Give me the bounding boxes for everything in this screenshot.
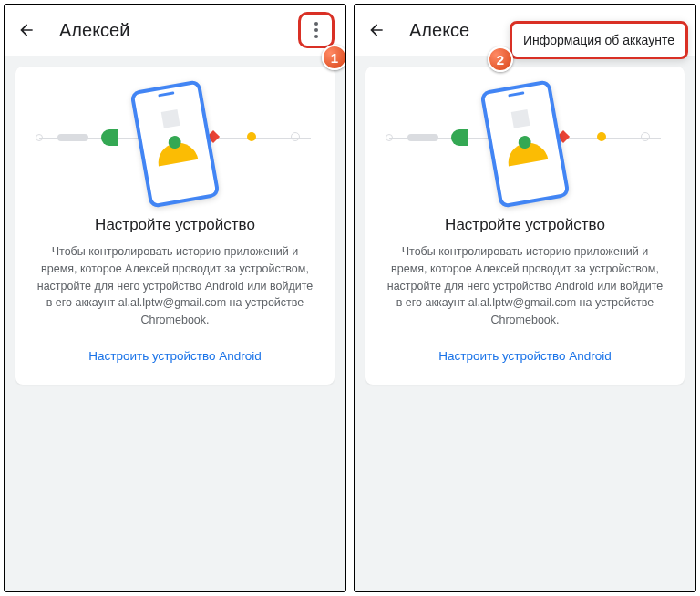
- menu-item-account-info[interactable]: Информация об аккаунте: [523, 33, 674, 47]
- setup-android-link[interactable]: Настроить устройство Android: [380, 349, 670, 363]
- setup-card: Настройте устройство Чтобы контролироват…: [365, 67, 685, 385]
- annotation-badge-1: 1: [322, 45, 346, 70]
- illustration: [380, 85, 670, 203]
- screen-left: Алексей 1 Настройте устройство Чтобы кон…: [4, 4, 346, 592]
- page-title: Алексей: [59, 20, 129, 41]
- back-icon[interactable]: [15, 19, 37, 41]
- illustration: [30, 85, 320, 203]
- more-icon[interactable]: [314, 22, 318, 38]
- topbar: Алексе Информация об аккаунте 2: [355, 5, 695, 56]
- card-heading: Настройте устройство: [380, 216, 670, 234]
- back-icon[interactable]: [365, 19, 387, 41]
- phone-icon: [479, 79, 570, 209]
- setup-card: Настройте устройство Чтобы контролироват…: [15, 67, 335, 385]
- topbar: Алексей 1: [5, 5, 345, 56]
- setup-android-link[interactable]: Настроить устройство Android: [30, 349, 320, 363]
- menu-popup-highlight: Информация об аккаунте: [510, 21, 688, 59]
- more-button-highlight: [298, 12, 335, 48]
- phone-icon: [129, 79, 220, 209]
- screen-right: Алексе Информация об аккаунте 2 Настройт…: [354, 4, 696, 592]
- card-heading: Настройте устройство: [30, 216, 320, 234]
- card-body: Чтобы контролировать историю приложений …: [30, 243, 320, 329]
- annotation-badge-2: 2: [488, 46, 513, 72]
- page-title: Алексе: [409, 20, 469, 41]
- card-body: Чтобы контролировать историю приложений …: [380, 243, 670, 329]
